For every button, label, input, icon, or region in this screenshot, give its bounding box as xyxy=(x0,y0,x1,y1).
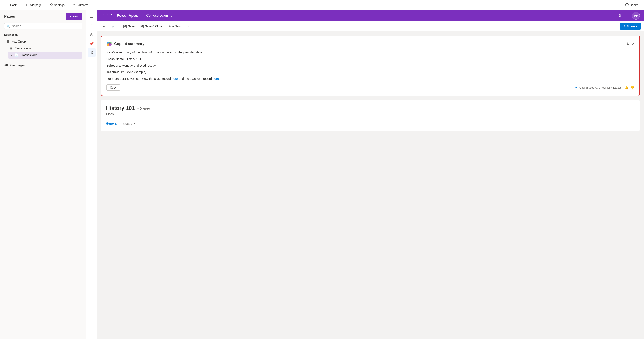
more-toolbar-icon: ⋯ xyxy=(186,25,189,28)
thumbup-button[interactable]: 👍 xyxy=(624,86,628,90)
more-label: ... xyxy=(96,3,99,6)
app-sub-name: Contoso Learning xyxy=(146,14,172,18)
back-icon: ← xyxy=(6,3,9,7)
other-pages-title: All other pages xyxy=(4,64,25,67)
content-area: Copilot summary ↻ ∧ Here's a summary of … xyxy=(97,32,644,339)
navigation-title: Navigation xyxy=(4,33,82,36)
more-topbar-button[interactable]: ... xyxy=(95,2,100,8)
new-page-label: + New xyxy=(70,15,78,18)
app-grid-icon[interactable]: ⋮⋮⋮ xyxy=(101,13,114,18)
save-close-label: Save & Close xyxy=(145,25,162,28)
settings-icon: ⚙ xyxy=(90,50,94,55)
copilot-logo xyxy=(106,41,112,47)
settings-button[interactable]: ⚙ Settings xyxy=(48,2,66,8)
class-record-link[interactable]: here xyxy=(172,77,178,80)
top-bar: ← Back ＋ Add page ⚙ Settings ✏ Edit form… xyxy=(0,0,644,10)
pages-title: Pages xyxy=(4,14,15,19)
app-settings-icon[interactable]: ⚙ xyxy=(618,13,622,18)
tab-related-label: Related xyxy=(122,122,132,125)
sidebar-hamburger-button[interactable]: ☰ xyxy=(88,12,96,20)
icon-sidebar: ☰ ⌂ ◷ 📌 ⚙ xyxy=(86,10,97,339)
svg-point-3 xyxy=(109,43,112,46)
add-page-button[interactable]: ＋ Add page xyxy=(23,2,43,8)
search-input[interactable] xyxy=(12,24,79,28)
main-layout: Pages + New 🔍 Navigation ☰ New Group ⊞ C… xyxy=(0,10,644,339)
thumbdown-button[interactable]: 👎 xyxy=(630,86,634,90)
ai-notice: Copilot uses AI. Check for mistakes. xyxy=(580,86,622,89)
copilot-title-row: Copilot summary xyxy=(106,41,144,47)
comm-label: Comm xyxy=(630,3,638,6)
record-card: History 101 - Saved Class General Relate… xyxy=(101,100,640,131)
new-record-label: + New xyxy=(172,25,180,28)
class-name-value: : History 101 xyxy=(124,57,141,60)
sidebar-settings-button[interactable]: ⚙ xyxy=(88,48,96,57)
record-title: History 101 xyxy=(106,105,135,111)
tab-general[interactable]: General xyxy=(106,122,118,126)
app-more-icon[interactable]: ⋮ xyxy=(625,13,629,18)
pin-icon: 📌 xyxy=(89,41,94,46)
toolbar-doc-button[interactable]: 📋 xyxy=(109,24,117,29)
tab-related[interactable]: Related ∨ xyxy=(122,122,136,126)
edit-form-button[interactable]: ✏ Edit form xyxy=(71,2,90,8)
copilot-class-name: Class Name: History 101 xyxy=(106,56,634,62)
avatar[interactable]: MP xyxy=(632,12,640,20)
save-button[interactable]: 💾 Save xyxy=(121,24,137,29)
save-close-button[interactable]: 💾 Save & Close xyxy=(138,24,165,29)
back-button[interactable]: ← Back xyxy=(4,2,18,8)
sidebar-recent-button[interactable]: ◷ xyxy=(88,30,96,39)
main-content: ⋮⋮⋮ Power Apps Contoso Learning ⚙ ⋮ MP ←… xyxy=(97,10,644,339)
tab-related-chevron-icon: ∨ xyxy=(134,122,136,125)
back-label: Back xyxy=(10,3,17,6)
period: . xyxy=(219,77,220,80)
pages-header: Pages + New xyxy=(0,10,86,21)
copilot-details: For more details, you can view the class… xyxy=(106,76,634,81)
comm-button[interactable]: 💬 Comm xyxy=(624,2,640,8)
clock-icon: ◷ xyxy=(90,32,93,37)
copilot-body: Here's a summary of the class informatio… xyxy=(106,50,634,81)
app-header-right: ⚙ ⋮ MP xyxy=(618,12,640,20)
copilot-collapse-button[interactable]: ∧ xyxy=(632,42,634,46)
form-icon: 📄 xyxy=(14,53,18,57)
copilot-schedule: Schedule: Monday and Wednesday xyxy=(106,63,634,68)
pencil-icon: ✏ xyxy=(73,3,76,7)
toolbar-back-icon: ← xyxy=(103,25,106,28)
pages-sidebar: Pages + New 🔍 Navigation ☰ New Group ⊞ C… xyxy=(0,10,86,339)
comment-icon: 💬 xyxy=(625,3,628,6)
app-header-divider xyxy=(142,13,142,18)
sidebar-home-button[interactable]: ⌂ xyxy=(88,21,96,30)
copilot-refresh-button[interactable]: ↻ xyxy=(626,42,630,46)
class-name-label: Class Name xyxy=(106,57,124,60)
share-chevron-icon: ▾ xyxy=(636,25,638,28)
teacher-record-link[interactable]: here xyxy=(212,77,219,80)
tab-general-label: General xyxy=(106,122,118,125)
home-icon: ⌂ xyxy=(90,24,93,28)
toolbar-back-button[interactable]: ← xyxy=(100,24,108,29)
settings-label: Settings xyxy=(54,3,64,6)
new-record-button[interactable]: ＋ + New xyxy=(166,23,183,30)
nav-item-new-group[interactable]: ☰ New Group xyxy=(4,38,82,45)
save-icon: 💾 xyxy=(123,25,127,28)
save-label: Save xyxy=(128,25,134,28)
thumbup-icon: 👍 xyxy=(624,86,628,89)
schedule-label: Schedule xyxy=(106,64,120,67)
add-icon: ＋ xyxy=(25,3,28,7)
copilot-header: Copilot summary ↻ ∧ xyxy=(106,41,634,47)
share-button[interactable]: ↗ Share ▾ xyxy=(620,23,641,30)
app-name: Power Apps xyxy=(117,14,138,18)
nav-item-classes-form[interactable]: ↳ 📄 Classes form xyxy=(8,52,82,58)
teacher-value: : Jim Glynn (sample) xyxy=(118,70,146,74)
save-close-icon: 💾 xyxy=(140,25,144,28)
new-page-button[interactable]: + New xyxy=(66,13,82,20)
toolbar-divider-1 xyxy=(119,24,119,29)
sidebar-pin-button[interactable]: 📌 xyxy=(88,40,96,48)
details-text: For more details, you can view the class… xyxy=(106,77,172,80)
more-toolbar-button[interactable]: ⋯ xyxy=(184,24,192,29)
top-bar-right: 💬 Comm xyxy=(624,2,640,8)
copy-button[interactable]: Copy xyxy=(106,84,120,90)
search-icon: 🔍 xyxy=(7,24,10,28)
nav-item-classes-view[interactable]: ⊞ Classes view xyxy=(8,45,82,52)
nav-item-classes-form-label: Classes form xyxy=(20,54,38,57)
link-middle-text: and the teacher's record xyxy=(178,77,213,80)
copilot-actions: ↻ ∧ xyxy=(626,42,634,46)
app-header: ⋮⋮⋮ Power Apps Contoso Learning ⚙ ⋮ MP xyxy=(97,10,644,21)
